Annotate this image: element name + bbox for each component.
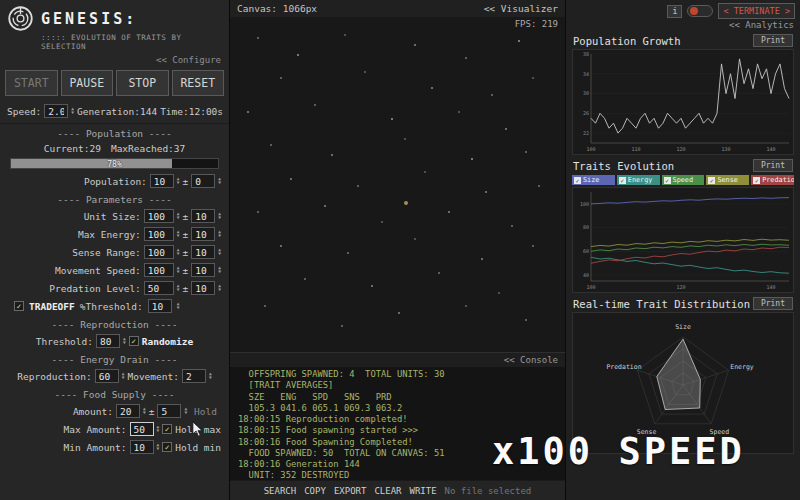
console-export-button[interactable]: EXPORT	[334, 486, 367, 496]
population-max-reached: MaxReached:37	[111, 143, 185, 154]
print-distribution-button[interactable]: Print	[753, 297, 793, 310]
drain-movement-stepper[interactable]	[209, 372, 212, 381]
reproduction-section-header: ---- Reproduction ----	[0, 315, 229, 332]
food-max-stepper[interactable]	[157, 425, 160, 434]
info-button[interactable]: i	[667, 5, 682, 18]
start-button[interactable]: START	[5, 70, 58, 96]
unit-dot	[448, 211, 450, 213]
predation-level-stepper[interactable]	[177, 284, 180, 293]
population-variance-input[interactable]	[191, 174, 215, 188]
sense-range-stepper[interactable]	[177, 248, 180, 257]
configure-link[interactable]: << Configure	[0, 54, 229, 67]
unit-dot	[257, 211, 259, 213]
legend-checkbox-icon: ✓	[619, 177, 626, 184]
movement-speed-stepper[interactable]	[177, 266, 180, 275]
max-energy-variance-stepper[interactable]	[218, 230, 221, 239]
unit-dot	[414, 44, 416, 46]
predation-level-input[interactable]	[144, 281, 174, 295]
unit-size-input[interactable]	[144, 209, 174, 223]
drain-repro-stepper[interactable]	[122, 372, 125, 381]
repro-threshold-stepper[interactable]	[123, 337, 126, 346]
predation-level-variance-input[interactable]	[191, 281, 215, 295]
population-current: Current:29	[44, 143, 101, 154]
food-min-input[interactable]	[130, 440, 154, 454]
param-row-max-energy: Max Energy: ±	[0, 225, 229, 243]
terminate-button[interactable]: < TERMINATE >	[718, 3, 795, 19]
analytics-label[interactable]: << Analytics	[566, 20, 800, 32]
unit-dot	[331, 154, 333, 156]
svg-text:Size: Size	[675, 323, 691, 331]
stop-button[interactable]: STOP	[116, 70, 169, 96]
food-amount-label: Amount:	[73, 406, 113, 417]
unit-dot	[364, 71, 366, 73]
max-energy-stepper[interactable]	[177, 230, 180, 239]
hold-button[interactable]: Hold	[190, 405, 221, 418]
legend-speed[interactable]: ✓Speed	[662, 175, 705, 185]
population-input[interactable]	[150, 174, 174, 188]
svg-text:100: 100	[586, 146, 595, 152]
unit-dot	[297, 54, 299, 56]
movement-speed-variance-input[interactable]	[191, 263, 215, 277]
power-toggle[interactable]	[687, 5, 713, 17]
movement-speed-variance-stepper[interactable]	[218, 266, 221, 275]
legend-predation[interactable]: ✓Predation	[751, 175, 794, 185]
speed-stepper[interactable]	[71, 107, 74, 116]
console-search-button[interactable]: SEARCH	[264, 486, 297, 496]
tradeoff-checkbox[interactable]	[14, 301, 24, 311]
food-variance-stepper[interactable]	[184, 407, 187, 416]
svg-text:110: 110	[631, 146, 640, 152]
repro-threshold-input[interactable]	[96, 334, 120, 348]
reproduction-row: Threshold: Randomize	[0, 332, 229, 350]
sense-range-variance-input[interactable]	[191, 245, 215, 259]
genesis-logo-icon	[7, 5, 34, 32]
food-dot	[404, 201, 408, 205]
sense-range-input[interactable]	[144, 245, 174, 259]
max-energy-input[interactable]	[144, 227, 174, 241]
drain-repro-input[interactable]	[95, 369, 119, 383]
threshold-pct-input[interactable]	[148, 299, 172, 313]
app-subtitle: ::::: EVOLUTION OF TRAITS BY SELECTION	[0, 32, 229, 54]
svg-text:22: 22	[583, 130, 589, 136]
threshold-pct-stepper[interactable]	[177, 302, 180, 311]
unit-dot	[511, 225, 513, 227]
console-label[interactable]: << Console	[230, 353, 565, 367]
drain-movement-input[interactable]	[182, 369, 206, 383]
predation-level-variance-stepper[interactable]	[218, 284, 221, 293]
movement-speed-input[interactable]	[144, 263, 174, 277]
legend-sense[interactable]: ✓Sense	[706, 175, 749, 185]
food-max-input[interactable]	[130, 422, 154, 436]
energy-drain-row: Reproduction: Movement:	[0, 367, 229, 385]
unit-size-variance-stepper[interactable]	[218, 212, 221, 221]
legend-size[interactable]: ✓Size	[572, 175, 615, 185]
console-line: OFFSPRING SPAWNED: 4 TOTAL UNITS: 30	[238, 369, 557, 380]
unit-size-variance-input[interactable]	[191, 209, 215, 223]
sim-canvas[interactable]: FPS: 219	[230, 17, 565, 352]
app-root: GENESIS: ::::: EVOLUTION OF TRAITS BY SE…	[0, 0, 800, 500]
max-energy-variance-input[interactable]	[191, 227, 215, 241]
unit-size-stepper[interactable]	[177, 212, 180, 221]
reset-button[interactable]: RESET	[172, 70, 225, 96]
pause-button[interactable]: PAUSE	[61, 70, 114, 96]
speed-input[interactable]	[44, 104, 68, 118]
console-clear-button[interactable]: CLEAR	[374, 486, 401, 496]
hold-min-checkbox[interactable]	[162, 442, 172, 452]
randomize-checkbox[interactable]	[129, 336, 139, 346]
food-amount-input[interactable]	[116, 404, 140, 418]
console-copy-button[interactable]: COPY	[304, 486, 326, 496]
population-stepper[interactable]	[177, 177, 180, 186]
print-traits-button[interactable]: Print	[753, 159, 793, 172]
svg-text:40: 40	[583, 272, 589, 278]
food-variance-input[interactable]	[157, 404, 181, 418]
console-line: SZE ENG SPD SNS PRD	[238, 392, 557, 403]
food-min-stepper[interactable]	[157, 443, 160, 452]
unit-dot	[391, 118, 393, 120]
hold-max-checkbox[interactable]	[162, 424, 172, 434]
food-amount-stepper[interactable]	[143, 407, 146, 416]
unit-dot	[404, 138, 406, 140]
sense-range-variance-stepper[interactable]	[218, 248, 221, 257]
population-variance-stepper[interactable]	[218, 177, 221, 186]
console-write-button[interactable]: WRITE	[410, 486, 437, 496]
print-population-button[interactable]: Print	[753, 34, 793, 47]
visualizer-label[interactable]: << Visualizer	[484, 3, 558, 14]
legend-energy[interactable]: ✓Energy	[617, 175, 660, 185]
